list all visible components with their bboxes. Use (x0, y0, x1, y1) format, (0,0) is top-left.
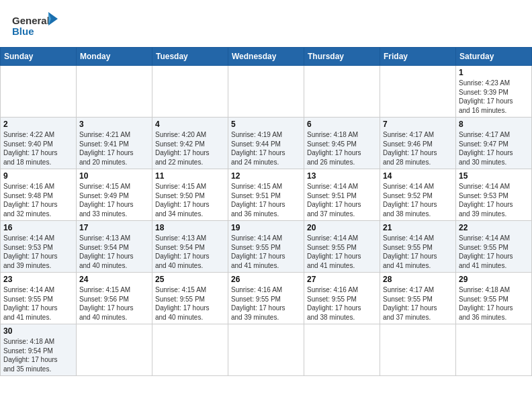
day-info: Sunrise: 4:16 AM Sunset: 9:48 PM Dayligh… (3, 182, 73, 218)
day-info: Sunrise: 4:17 AM Sunset: 9:46 PM Dayligh… (383, 130, 453, 167)
day-info: Sunrise: 4:23 AM Sunset: 9:39 PM Dayligh… (459, 79, 529, 115)
calendar-week-2: 2Sunrise: 4:22 AM Sunset: 9:40 PM Daylig… (1, 118, 532, 169)
weekday-saturday: Saturday (456, 48, 532, 66)
day-info: Sunrise: 4:16 AM Sunset: 9:55 PM Dayligh… (307, 285, 377, 322)
calendar-cell: 16Sunrise: 4:14 AM Sunset: 9:53 PM Dayli… (1, 221, 77, 273)
weekday-monday: Monday (77, 48, 152, 66)
day-number: 28 (383, 275, 453, 284)
day-number: 24 (79, 275, 149, 284)
calendar-cell: 11Sunrise: 4:15 AM Sunset: 9:50 PM Dayli… (152, 169, 228, 221)
calendar-cell: 17Sunrise: 4:13 AM Sunset: 9:54 PM Dayli… (77, 221, 152, 273)
day-info: Sunrise: 4:18 AM Sunset: 9:54 PM Dayligh… (3, 337, 73, 373)
calendar-cell: 23Sunrise: 4:14 AM Sunset: 9:55 PM Dayli… (1, 273, 77, 324)
day-number: 1 (459, 68, 529, 77)
calendar-cell: 2Sunrise: 4:22 AM Sunset: 9:40 PM Daylig… (1, 118, 77, 169)
day-number: 6 (307, 120, 377, 129)
day-info: Sunrise: 4:17 AM Sunset: 9:47 PM Dayligh… (459, 130, 529, 167)
calendar-cell: 5Sunrise: 4:19 AM Sunset: 9:44 PM Daylig… (228, 118, 304, 169)
day-info: Sunrise: 4:14 AM Sunset: 9:55 PM Dayligh… (383, 234, 453, 270)
day-number: 5 (231, 120, 301, 129)
calendar-cell: 6Sunrise: 4:18 AM Sunset: 9:45 PM Daylig… (304, 118, 380, 169)
day-number: 30 (3, 326, 73, 336)
day-number: 9 (3, 171, 73, 181)
day-number: 27 (307, 275, 377, 284)
calendar-cell (77, 324, 152, 376)
svg-text:Blue: Blue (12, 26, 34, 37)
calendar-cell: 29Sunrise: 4:18 AM Sunset: 9:55 PM Dayli… (456, 273, 532, 324)
weekday-tuesday: Tuesday (152, 48, 228, 66)
day-info: Sunrise: 4:15 AM Sunset: 9:49 PM Dayligh… (79, 182, 149, 218)
day-number: 2 (3, 120, 73, 129)
day-info: Sunrise: 4:15 AM Sunset: 9:55 PM Dayligh… (155, 285, 225, 322)
calendar-cell: 14Sunrise: 4:14 AM Sunset: 9:52 PM Dayli… (380, 169, 456, 221)
calendar-cell: 28Sunrise: 4:17 AM Sunset: 9:55 PM Dayli… (380, 273, 456, 324)
day-number: 26 (231, 275, 301, 284)
day-info: Sunrise: 4:15 AM Sunset: 9:51 PM Dayligh… (231, 182, 301, 218)
day-info: Sunrise: 4:13 AM Sunset: 9:54 PM Dayligh… (79, 234, 149, 270)
calendar-week-1: 1Sunrise: 4:23 AM Sunset: 9:39 PM Daylig… (1, 66, 532, 118)
day-info: Sunrise: 4:14 AM Sunset: 9:52 PM Dayligh… (383, 182, 453, 218)
calendar-cell: 9Sunrise: 4:16 AM Sunset: 9:48 PM Daylig… (1, 169, 77, 221)
calendar-week-5: 23Sunrise: 4:14 AM Sunset: 9:55 PM Dayli… (1, 273, 532, 324)
calendar-cell: 12Sunrise: 4:15 AM Sunset: 9:51 PM Dayli… (228, 169, 304, 221)
logo: General Blue (12, 9, 58, 42)
calendar-week-3: 9Sunrise: 4:16 AM Sunset: 9:48 PM Daylig… (1, 169, 532, 221)
day-number: 13 (307, 171, 377, 181)
calendar-cell: 25Sunrise: 4:15 AM Sunset: 9:55 PM Dayli… (152, 273, 228, 324)
calendar-cell (77, 66, 152, 118)
day-number: 19 (231, 223, 301, 232)
day-number: 29 (459, 275, 529, 284)
calendar-cell: 8Sunrise: 4:17 AM Sunset: 9:47 PM Daylig… (456, 118, 532, 169)
day-info: Sunrise: 4:13 AM Sunset: 9:54 PM Dayligh… (155, 234, 225, 270)
calendar-cell: 7Sunrise: 4:17 AM Sunset: 9:46 PM Daylig… (380, 118, 456, 169)
day-number: 8 (459, 120, 529, 129)
calendar-cell: 13Sunrise: 4:14 AM Sunset: 9:51 PM Dayli… (304, 169, 380, 221)
day-number: 18 (155, 223, 225, 232)
calendar-week-4: 16Sunrise: 4:14 AM Sunset: 9:53 PM Dayli… (1, 221, 532, 273)
day-info: Sunrise: 4:15 AM Sunset: 9:50 PM Dayligh… (155, 182, 225, 218)
day-info: Sunrise: 4:14 AM Sunset: 9:53 PM Dayligh… (459, 182, 529, 218)
calendar-cell (456, 324, 532, 376)
day-info: Sunrise: 4:20 AM Sunset: 9:42 PM Dayligh… (155, 130, 225, 167)
day-info: Sunrise: 4:16 AM Sunset: 9:55 PM Dayligh… (231, 285, 301, 322)
weekday-header-row: SundayMondayTuesdayWednesdayThursdayFrid… (1, 48, 532, 66)
day-info: Sunrise: 4:14 AM Sunset: 9:55 PM Dayligh… (231, 234, 301, 270)
calendar-cell: 10Sunrise: 4:15 AM Sunset: 9:49 PM Dayli… (77, 169, 152, 221)
day-info: Sunrise: 4:18 AM Sunset: 9:55 PM Dayligh… (459, 285, 529, 322)
day-info: Sunrise: 4:21 AM Sunset: 9:41 PM Dayligh… (79, 130, 149, 167)
calendar-cell: 1Sunrise: 4:23 AM Sunset: 9:39 PM Daylig… (456, 66, 532, 118)
calendar-cell (380, 324, 456, 376)
day-number: 16 (3, 223, 73, 232)
day-number: 12 (231, 171, 301, 181)
svg-text:General: General (12, 15, 50, 26)
day-number: 17 (79, 223, 149, 232)
calendar-cell: 26Sunrise: 4:16 AM Sunset: 9:55 PM Dayli… (228, 273, 304, 324)
calendar-cell (304, 324, 380, 376)
day-info: Sunrise: 4:22 AM Sunset: 9:40 PM Dayligh… (3, 130, 73, 167)
calendar-cell: 3Sunrise: 4:21 AM Sunset: 9:41 PM Daylig… (77, 118, 152, 169)
day-number: 14 (383, 171, 453, 181)
calendar-cell: 30Sunrise: 4:18 AM Sunset: 9:54 PM Dayli… (1, 324, 77, 376)
weekday-thursday: Thursday (304, 48, 380, 66)
calendar-cell: 19Sunrise: 4:14 AM Sunset: 9:55 PM Dayli… (228, 221, 304, 273)
day-number: 11 (155, 171, 225, 181)
day-info: Sunrise: 4:18 AM Sunset: 9:45 PM Dayligh… (307, 130, 377, 167)
calendar-cell: 4Sunrise: 4:20 AM Sunset: 9:42 PM Daylig… (152, 118, 228, 169)
day-info: Sunrise: 4:14 AM Sunset: 9:55 PM Dayligh… (459, 234, 529, 270)
calendar-cell: 22Sunrise: 4:14 AM Sunset: 9:55 PM Dayli… (456, 221, 532, 273)
day-info: Sunrise: 4:15 AM Sunset: 9:56 PM Dayligh… (79, 285, 149, 322)
day-number: 10 (79, 171, 149, 181)
day-info: Sunrise: 4:14 AM Sunset: 9:51 PM Dayligh… (307, 182, 377, 218)
calendar-cell: 18Sunrise: 4:13 AM Sunset: 9:54 PM Dayli… (152, 221, 228, 273)
weekday-friday: Friday (380, 48, 456, 66)
page-header: General Blue (0, 0, 532, 47)
day-number: 20 (307, 223, 377, 232)
calendar-cell (380, 66, 456, 118)
day-number: 22 (459, 223, 529, 232)
calendar-cell: 21Sunrise: 4:14 AM Sunset: 9:55 PM Dayli… (380, 221, 456, 273)
day-number: 23 (3, 275, 73, 284)
day-number: 21 (383, 223, 453, 232)
day-number: 4 (155, 120, 225, 129)
day-info: Sunrise: 4:19 AM Sunset: 9:44 PM Dayligh… (231, 130, 301, 167)
weekday-sunday: Sunday (1, 48, 77, 66)
